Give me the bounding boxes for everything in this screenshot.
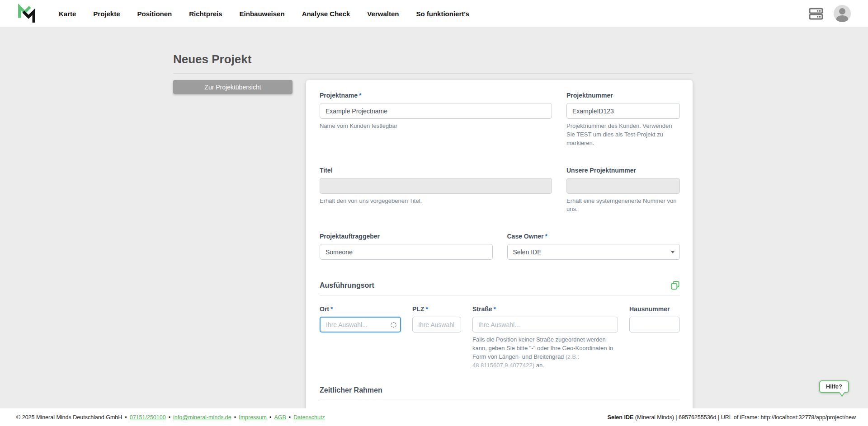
nav-item-karte[interactable]: Karte (59, 10, 76, 18)
strasse-input[interactable] (472, 317, 618, 332)
projektauftraggeber-field: Projektauftraggeber (320, 233, 493, 260)
copyright-text: © 2025 Mineral Minds Deutschland GmbH (16, 414, 122, 421)
zur-projektuebersicht-button[interactable]: Zur Projektübersicht (173, 80, 292, 94)
required-asterisk: * (425, 305, 428, 313)
titel-input (320, 178, 552, 194)
projektnummer-field: Projektnummer Projektnummer des Kunden. … (566, 92, 680, 148)
case-owner-select[interactable] (507, 244, 680, 260)
avatar-body-icon (836, 15, 848, 22)
required-asterisk: * (359, 92, 361, 99)
user-avatar[interactable] (834, 5, 851, 22)
zeitlicher-rahmen-title: Zeitlicher Rahmen (320, 386, 382, 394)
titel-field: Titel Erhält den von uns vorgegebenen Ti… (320, 167, 552, 214)
unsere-projektnummer-field: Unsere Projektnummer Erhält eine systemg… (566, 167, 680, 214)
mineral-minds-logo-icon[interactable] (17, 4, 37, 23)
server-icon[interactable] (808, 6, 824, 21)
plz-field: PLZ* (412, 305, 461, 370)
case-owner-field: Case Owner* (507, 233, 680, 260)
required-asterisk: * (494, 305, 496, 313)
case-owner-label: Case Owner (507, 233, 544, 240)
page-title: Neues Projekt (173, 52, 693, 66)
hausnummer-field: Hausnummer (629, 305, 680, 370)
ausfuehrungsort-title: Ausführungsort (320, 281, 374, 290)
titel-help: Erhält den von uns vorgegebenen Titel. (320, 197, 552, 206)
projektname-label: Projektname (320, 92, 358, 99)
unsere-projektnummer-help: Erhält eine systemgenerierte Nummer von … (566, 197, 680, 214)
unsere-projektnummer-input (566, 178, 680, 194)
nav-item-so-funktionierts[interactable]: So funktioniert's (416, 10, 469, 18)
nav-item-positionen[interactable]: Positionen (137, 10, 172, 18)
projektnummer-help: Projektnummer des Kunden. Verwenden Sie … (566, 122, 680, 148)
footer-link-email[interactable]: info@mineral-minds.de (173, 414, 231, 421)
hausnummer-label: Hausnummer (629, 305, 680, 313)
hausnummer-input[interactable] (629, 317, 680, 332)
main-content: Neues Projekt Zur Projektübersicht Proje… (0, 27, 868, 426)
nav-right (808, 5, 851, 22)
strasse-field: Straße* Falls die Position keiner Straße… (472, 305, 618, 370)
ort-input[interactable] (320, 317, 401, 332)
required-asterisk: * (330, 305, 333, 313)
title-divider (173, 73, 693, 74)
ort-label: Ort (320, 305, 329, 313)
strasse-label: Straße (472, 305, 492, 313)
titel-label: Titel (320, 167, 552, 174)
project-form-card: Projektname* Name vom Kunden festlegbar … (306, 80, 693, 426)
projektnummer-label: Projektnummer (566, 92, 680, 99)
required-asterisk: * (545, 233, 547, 240)
footer: © 2025 Mineral Minds Deutschland GmbH071… (0, 408, 868, 426)
top-navbar: Karte Projekte Positionen Richtpreis Ein… (0, 0, 868, 27)
footer-right: Selen IDE (Mineral Minds) | 69576255536d… (608, 414, 856, 421)
plz-input[interactable] (412, 317, 461, 332)
nav-item-analyse-check[interactable]: Analyse Check (302, 10, 350, 18)
avatar-head-icon (839, 8, 845, 14)
strasse-help: Falls die Position keiner Straße zugeord… (472, 336, 618, 370)
ausfuehrungsort-section-header: Ausführungsort (320, 281, 680, 295)
projektname-help: Name vom Kunden festlegbar (320, 122, 552, 131)
hilfe-button[interactable]: Hilfe? (819, 380, 849, 393)
nav-links: Karte Projekte Positionen Richtpreis Ein… (59, 10, 469, 18)
projektnummer-input[interactable] (566, 103, 680, 119)
nav-item-projekte[interactable]: Projekte (93, 10, 120, 18)
projektname-input[interactable] (320, 103, 552, 119)
nav-item-verwalten[interactable]: Verwalten (367, 10, 399, 18)
copy-icon[interactable] (670, 281, 680, 290)
ort-field: Ort* (320, 305, 401, 370)
footer-link-phone[interactable]: 07151/250100 (130, 414, 166, 421)
footer-user: Selen IDE (608, 414, 634, 421)
zeitlicher-rahmen-section-header: Zeitlicher Rahmen (320, 386, 680, 399)
nav-item-einbauweisen[interactable]: Einbauweisen (240, 10, 285, 18)
unsere-projektnummer-label: Unsere Projektnummer (566, 167, 680, 174)
projektname-field: Projektname* Name vom Kunden festlegbar (320, 92, 552, 148)
footer-link-agb[interactable]: AGB (274, 414, 286, 421)
nav-item-richtpreis[interactable]: Richtpreis (189, 10, 222, 18)
footer-link-impressum[interactable]: Impressum (239, 414, 267, 421)
footer-left: © 2025 Mineral Minds Deutschland GmbH071… (16, 414, 325, 421)
hilfe-label: Hilfe? (826, 383, 842, 390)
footer-session-info: (Mineral Minds) | 69576255536d | URL of … (633, 414, 856, 421)
footer-link-datenschutz[interactable]: Datenschutz (293, 414, 325, 421)
projektauftraggeber-label: Projektauftraggeber (320, 233, 493, 240)
plz-label: PLZ (412, 305, 424, 313)
loading-spinner-icon (391, 322, 396, 328)
projektauftraggeber-input[interactable] (320, 244, 493, 260)
